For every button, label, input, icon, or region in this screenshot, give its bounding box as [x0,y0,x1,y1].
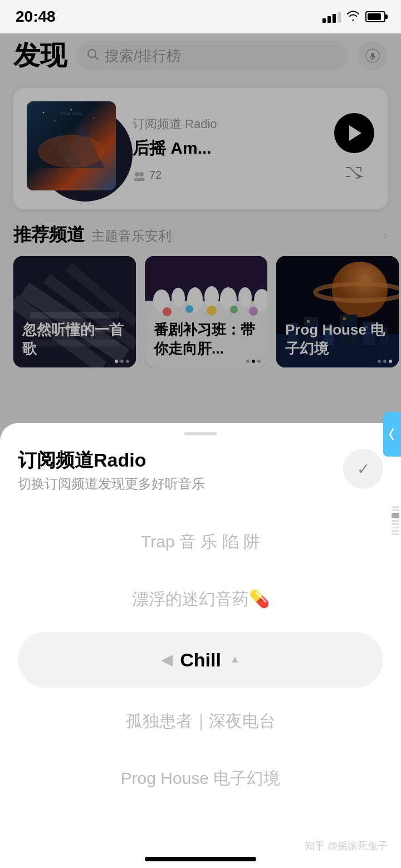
chill-left-icon: ◀ [161,650,173,670]
check-button[interactable]: ✓ [343,449,383,489]
side-scroll-indicator[interactable] [383,412,401,457]
signal-icon [322,11,341,23]
sheet-title: 订阅频道Radio [18,449,205,472]
list-item-lonely[interactable]: 孤独患者｜深夜电台 [0,692,401,749]
status-time: 20:48 [16,8,56,26]
status-icons [322,9,385,24]
sheet-list: Trap 音 乐 陷 阱 漂浮的迷幻音药💊 ◀ Chill ▲ 孤独患者｜深夜电… [0,502,401,818]
check-icon: ✓ [357,460,370,478]
list-item-float[interactable]: 漂浮的迷幻音药💊 [0,570,401,627]
status-bar: 20:48 [0,0,401,33]
list-item-proghouse[interactable]: Prog House 电子幻境 [0,749,401,807]
item-chill-text: Chill [180,648,221,672]
bottom-sheet: 订阅频道Radio 切换订阅频道发现更多好听音乐 ✓ Trap 音 乐 陷 阱 … [0,423,401,868]
item-proghouse-text: Prog House 电子幻境 [121,769,281,787]
sheet-header: 订阅频道Radio 切换订阅频道发现更多好听音乐 ✓ [0,435,401,502]
chill-right-icon: ▲ [230,653,240,666]
list-item-chill[interactable]: ◀ Chill ▲ [18,632,383,688]
item-float-text: 漂浮的迷幻音药💊 [132,590,270,608]
item-trap-text: Trap 音 乐 陷 阱 [141,532,260,551]
watermark: 知乎 @摇滚死兔子 [305,839,388,852]
sheet-subtitle: 切换订阅频道发现更多好听音乐 [18,475,205,493]
home-indicator[interactable] [145,857,256,861]
scrollbar[interactable] [394,502,397,818]
battery-icon [365,11,385,22]
list-item-trap[interactable]: Trap 音 乐 陷 阱 [0,513,401,570]
wifi-icon [345,9,361,24]
item-lonely-text: 孤独患者｜深夜电台 [126,712,276,730]
dim-overlay [0,0,401,440]
